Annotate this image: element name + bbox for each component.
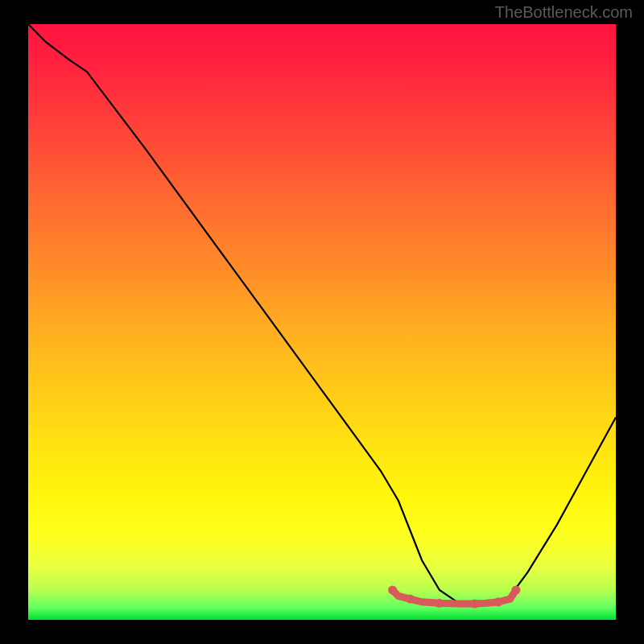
marker-dot	[511, 586, 520, 595]
marker-dot	[494, 597, 503, 606]
marker-dot	[406, 595, 415, 604]
marker-dot	[436, 599, 444, 608]
main-curve-path	[28, 24, 616, 605]
watermark-text: TheBottleneck.com	[495, 3, 633, 22]
marker-dot	[470, 600, 479, 609]
plot-area	[28, 24, 616, 620]
chart-svg	[28, 24, 616, 620]
marker-dot	[388, 586, 397, 595]
